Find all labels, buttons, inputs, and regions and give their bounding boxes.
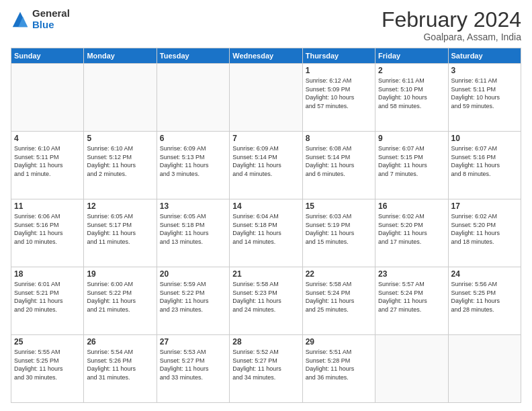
calendar-cell: 13Sunrise: 6:05 AM Sunset: 5:18 PM Dayli… bbox=[157, 199, 229, 267]
calendar-cell: 26Sunrise: 5:54 AM Sunset: 5:26 PM Dayli… bbox=[84, 335, 157, 403]
day-number: 28 bbox=[232, 337, 299, 347]
day-number: 15 bbox=[306, 201, 372, 211]
day-info: Sunrise: 6:11 AM Sunset: 5:11 PM Dayligh… bbox=[451, 77, 518, 110]
day-info: Sunrise: 6:04 AM Sunset: 5:18 PM Dayligh… bbox=[232, 212, 299, 246]
col-friday: Friday bbox=[375, 48, 448, 64]
calendar-cell: 16Sunrise: 6:02 AM Sunset: 5:20 PM Dayli… bbox=[375, 199, 448, 267]
day-info: Sunrise: 6:07 AM Sunset: 5:16 PM Dayligh… bbox=[451, 144, 518, 178]
calendar-cell: 18Sunrise: 6:01 AM Sunset: 5:21 PM Dayli… bbox=[11, 267, 84, 335]
day-number: 4 bbox=[14, 134, 81, 143]
calendar-cell: 3Sunrise: 6:11 AM Sunset: 5:11 PM Daylig… bbox=[448, 64, 521, 132]
calendar-cell: 10Sunrise: 6:07 AM Sunset: 5:16 PM Dayli… bbox=[448, 132, 521, 199]
calendar-cell: 23Sunrise: 5:57 AM Sunset: 5:24 PM Dayli… bbox=[375, 267, 448, 335]
day-info: Sunrise: 6:02 AM Sunset: 5:20 PM Dayligh… bbox=[451, 212, 518, 246]
calendar-cell: 6Sunrise: 6:09 AM Sunset: 5:13 PM Daylig… bbox=[157, 132, 229, 199]
header: General Blue February 2024 Goalpara, Ass… bbox=[11, 8, 521, 42]
day-number: 11 bbox=[14, 201, 81, 211]
calendar-cell: 1Sunrise: 6:12 AM Sunset: 5:09 PM Daylig… bbox=[302, 64, 375, 132]
calendar-cell: 25Sunrise: 5:55 AM Sunset: 5:25 PM Dayli… bbox=[11, 335, 84, 403]
calendar-cell: 7Sunrise: 6:09 AM Sunset: 5:14 PM Daylig… bbox=[230, 132, 302, 199]
day-number: 19 bbox=[87, 269, 153, 279]
calendar-cell bbox=[375, 335, 448, 403]
day-number: 25 bbox=[14, 337, 81, 347]
week-row-2: 4Sunrise: 6:10 AM Sunset: 5:11 PM Daylig… bbox=[11, 132, 521, 199]
calendar-cell: 19Sunrise: 6:00 AM Sunset: 5:22 PM Dayli… bbox=[84, 267, 157, 335]
col-saturday: Saturday bbox=[448, 48, 521, 64]
calendar-cell: 29Sunrise: 5:51 AM Sunset: 5:28 PM Dayli… bbox=[302, 335, 375, 403]
day-info: Sunrise: 6:12 AM Sunset: 5:09 PM Dayligh… bbox=[306, 77, 372, 110]
day-info: Sunrise: 5:55 AM Sunset: 5:25 PM Dayligh… bbox=[14, 348, 81, 381]
main-title: February 2024 bbox=[382, 8, 521, 32]
col-tuesday: Tuesday bbox=[157, 48, 229, 64]
day-number: 7 bbox=[232, 134, 299, 143]
day-info: Sunrise: 5:59 AM Sunset: 5:22 PM Dayligh… bbox=[160, 280, 226, 314]
calendar-cell bbox=[448, 335, 521, 403]
calendar-cell: 8Sunrise: 6:08 AM Sunset: 5:14 PM Daylig… bbox=[302, 132, 375, 199]
calendar-cell: 2Sunrise: 6:11 AM Sunset: 5:10 PM Daylig… bbox=[375, 64, 448, 132]
day-info: Sunrise: 6:07 AM Sunset: 5:15 PM Dayligh… bbox=[378, 144, 445, 178]
day-info: Sunrise: 6:03 AM Sunset: 5:19 PM Dayligh… bbox=[306, 212, 372, 246]
day-number: 24 bbox=[451, 269, 518, 279]
day-number: 6 bbox=[160, 134, 226, 143]
week-row-1: 1Sunrise: 6:12 AM Sunset: 5:09 PM Daylig… bbox=[11, 64, 521, 132]
page: General Blue February 2024 Goalpara, Ass… bbox=[0, 0, 532, 411]
col-wednesday: Wednesday bbox=[230, 48, 302, 64]
day-info: Sunrise: 6:06 AM Sunset: 5:16 PM Dayligh… bbox=[14, 212, 81, 246]
col-thursday: Thursday bbox=[302, 48, 375, 64]
day-number: 13 bbox=[160, 201, 226, 211]
calendar-cell: 9Sunrise: 6:07 AM Sunset: 5:15 PM Daylig… bbox=[375, 132, 448, 199]
day-number: 2 bbox=[378, 66, 445, 75]
calendar-cell: 27Sunrise: 5:53 AM Sunset: 5:27 PM Dayli… bbox=[157, 335, 229, 403]
day-number: 23 bbox=[378, 269, 445, 279]
calendar-table: Sunday Monday Tuesday Wednesday Thursday… bbox=[11, 48, 521, 403]
day-info: Sunrise: 6:09 AM Sunset: 5:14 PM Dayligh… bbox=[232, 144, 299, 178]
title-block: February 2024 Goalpara, Assam, India bbox=[382, 8, 521, 42]
day-info: Sunrise: 6:10 AM Sunset: 5:11 PM Dayligh… bbox=[14, 144, 81, 178]
day-number: 20 bbox=[160, 269, 226, 279]
day-info: Sunrise: 5:52 AM Sunset: 5:27 PM Dayligh… bbox=[232, 348, 299, 381]
day-number: 29 bbox=[306, 337, 372, 347]
week-row-4: 18Sunrise: 6:01 AM Sunset: 5:21 PM Dayli… bbox=[11, 267, 521, 335]
calendar-cell bbox=[11, 64, 84, 132]
calendar-cell: 22Sunrise: 5:58 AM Sunset: 5:24 PM Dayli… bbox=[302, 267, 375, 335]
day-info: Sunrise: 5:54 AM Sunset: 5:26 PM Dayligh… bbox=[87, 348, 153, 381]
day-number: 22 bbox=[306, 269, 372, 279]
day-number: 21 bbox=[232, 269, 299, 279]
calendar-cell: 28Sunrise: 5:52 AM Sunset: 5:27 PM Dayli… bbox=[230, 335, 302, 403]
week-row-3: 11Sunrise: 6:06 AM Sunset: 5:16 PM Dayli… bbox=[11, 199, 521, 267]
day-number: 16 bbox=[378, 201, 445, 211]
day-number: 14 bbox=[232, 201, 299, 211]
calendar-cell: 24Sunrise: 5:56 AM Sunset: 5:25 PM Dayli… bbox=[448, 267, 521, 335]
day-info: Sunrise: 6:09 AM Sunset: 5:13 PM Dayligh… bbox=[160, 144, 226, 178]
calendar-cell bbox=[84, 64, 157, 132]
calendar-header-row: Sunday Monday Tuesday Wednesday Thursday… bbox=[11, 48, 521, 64]
calendar-cell: 15Sunrise: 6:03 AM Sunset: 5:19 PM Dayli… bbox=[302, 199, 375, 267]
day-info: Sunrise: 6:05 AM Sunset: 5:18 PM Dayligh… bbox=[160, 212, 226, 246]
calendar-cell: 14Sunrise: 6:04 AM Sunset: 5:18 PM Dayli… bbox=[230, 199, 302, 267]
day-number: 12 bbox=[87, 201, 153, 211]
week-row-5: 25Sunrise: 5:55 AM Sunset: 5:25 PM Dayli… bbox=[11, 335, 521, 403]
day-info: Sunrise: 6:00 AM Sunset: 5:22 PM Dayligh… bbox=[87, 280, 153, 314]
logo: General Blue bbox=[11, 8, 70, 30]
day-number: 18 bbox=[14, 269, 81, 279]
day-number: 9 bbox=[378, 134, 445, 143]
calendar-cell: 21Sunrise: 5:58 AM Sunset: 5:23 PM Dayli… bbox=[230, 267, 302, 335]
day-info: Sunrise: 5:56 AM Sunset: 5:25 PM Dayligh… bbox=[451, 280, 518, 314]
day-number: 27 bbox=[160, 337, 226, 347]
day-info: Sunrise: 5:51 AM Sunset: 5:28 PM Dayligh… bbox=[306, 348, 372, 381]
day-info: Sunrise: 6:10 AM Sunset: 5:12 PM Dayligh… bbox=[87, 144, 153, 178]
day-info: Sunrise: 6:08 AM Sunset: 5:14 PM Dayligh… bbox=[306, 144, 372, 178]
calendar-cell bbox=[157, 64, 229, 132]
day-number: 26 bbox=[87, 337, 153, 347]
day-info: Sunrise: 6:11 AM Sunset: 5:10 PM Dayligh… bbox=[378, 77, 445, 110]
day-number: 1 bbox=[306, 66, 372, 75]
day-info: Sunrise: 6:02 AM Sunset: 5:20 PM Dayligh… bbox=[378, 212, 445, 246]
col-monday: Monday bbox=[84, 48, 157, 64]
day-info: Sunrise: 6:01 AM Sunset: 5:21 PM Dayligh… bbox=[14, 280, 81, 314]
calendar-cell: 20Sunrise: 5:59 AM Sunset: 5:22 PM Dayli… bbox=[157, 267, 229, 335]
day-number: 17 bbox=[451, 201, 518, 211]
logo-text: General Blue bbox=[32, 8, 70, 30]
calendar-cell: 5Sunrise: 6:10 AM Sunset: 5:12 PM Daylig… bbox=[84, 132, 157, 199]
calendar-cell: 4Sunrise: 6:10 AM Sunset: 5:11 PM Daylig… bbox=[11, 132, 84, 199]
day-info: Sunrise: 5:53 AM Sunset: 5:27 PM Dayligh… bbox=[160, 348, 226, 381]
